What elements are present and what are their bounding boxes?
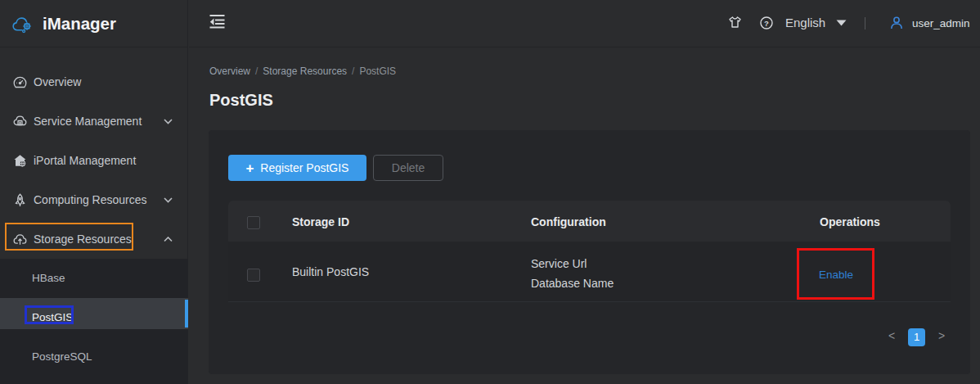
svg-text:?: ? — [764, 19, 769, 28]
